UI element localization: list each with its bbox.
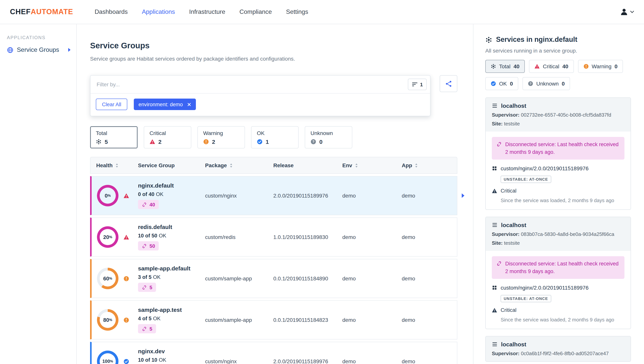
status-card-count: 1 bbox=[266, 138, 269, 145]
sidebar-item-label: Service Groups bbox=[17, 47, 59, 53]
main-content: Service Groups Service groups are Habita… bbox=[77, 24, 474, 364]
table-rows: 0% nginx.default 0 of 40OK 40 custom/ngi… bbox=[90, 176, 457, 364]
nav-item[interactable]: Compliance bbox=[240, 9, 272, 15]
ok-count: 10 of 10OK bbox=[138, 357, 205, 363]
ok-count: 3 of 5OK bbox=[138, 274, 205, 280]
disconnected-count: 5 bbox=[150, 326, 152, 331]
service-group-name: nginx.default bbox=[138, 182, 205, 189]
column-header: Service Group bbox=[138, 162, 205, 168]
filter-icon bbox=[412, 82, 418, 87]
sidebar-item-service-groups[interactable]: Service Groups bbox=[7, 47, 76, 53]
row-status-icon bbox=[124, 317, 129, 323]
column-header[interactable]: Env bbox=[342, 162, 402, 168]
service-group-name: nginx.dev bbox=[138, 348, 205, 354]
column-header[interactable]: Health bbox=[90, 162, 138, 168]
filter-chips: environment: demo bbox=[128, 99, 196, 110]
service-group-row[interactable]: 0% nginx.default 0 of 40OK 40 custom/ngi… bbox=[90, 176, 457, 215]
sort-icon[interactable] bbox=[230, 163, 233, 168]
status-card-label: Total bbox=[96, 130, 107, 136]
broken-link-icon bbox=[142, 285, 147, 290]
service-group-row[interactable]: 80% sample-app.test 4 of 5OK 5 custom/sa… bbox=[90, 300, 457, 339]
nav-item[interactable]: Applications bbox=[142, 9, 175, 15]
service-status-pill[interactable]: Critical 40 bbox=[529, 60, 574, 73]
ok-count: 0 of 40OK bbox=[138, 191, 205, 197]
service-group-row[interactable]: 100% nginx.dev 10 of 10OK 10 custom/ngin… bbox=[90, 342, 457, 364]
share-button[interactable] bbox=[440, 75, 457, 92]
nav-item[interactable]: Infrastructure bbox=[189, 9, 226, 15]
health-ring: 100% bbox=[97, 350, 118, 364]
service-status-pill[interactable]: OK 0 bbox=[485, 77, 518, 90]
app-cell: demo bbox=[402, 275, 457, 281]
app-cell: demo bbox=[402, 234, 457, 240]
site-line: Site: testsite bbox=[492, 121, 624, 127]
sort-icon[interactable] bbox=[355, 163, 358, 168]
service-status-pill[interactable]: Warning 0 bbox=[578, 60, 623, 73]
column-header-label: Env bbox=[342, 162, 352, 168]
broken-link-icon bbox=[142, 326, 147, 331]
broken-link-icon bbox=[496, 142, 502, 147]
broken-link-icon bbox=[496, 261, 502, 266]
user-menu[interactable] bbox=[620, 8, 634, 16]
host-row: localhost bbox=[492, 102, 624, 109]
status-icon bbox=[150, 139, 155, 144]
chef-automate-logo[interactable]: CHEFAUTOMATE bbox=[10, 8, 73, 16]
service-groups-table: Health Service Group Package Release Env… bbox=[90, 157, 457, 364]
status-filter-card[interactable]: OK 1 bbox=[251, 126, 298, 148]
column-header[interactable]: App bbox=[402, 162, 457, 168]
status-icon bbox=[257, 139, 262, 144]
applied-filters-button[interactable]: 1 bbox=[408, 79, 427, 90]
service-status-pill[interactable]: Unknown 0 bbox=[522, 77, 570, 90]
nav-item[interactable]: Settings bbox=[286, 9, 308, 15]
status-filter-card[interactable]: Critical 2 bbox=[144, 126, 191, 148]
release-cell: 0.0.1/20190115184823 bbox=[273, 317, 342, 323]
supervisor-line: Supervisor: 002732ee-6557-405c-b008-cfcf… bbox=[492, 112, 624, 118]
disconnected-badge: 50 bbox=[138, 241, 159, 250]
service-status-row: Critical bbox=[492, 307, 624, 313]
disconnected-badge: 5 bbox=[138, 283, 156, 292]
sort-icon[interactable] bbox=[415, 163, 418, 168]
nav-item[interactable]: Dashboards bbox=[95, 9, 128, 15]
share-icon bbox=[445, 80, 452, 87]
critical-icon bbox=[492, 308, 497, 313]
status-filter-card[interactable]: Warning 2 bbox=[198, 126, 245, 148]
app-cell: demo bbox=[402, 317, 457, 323]
service-status-pill[interactable]: Total 40 bbox=[485, 60, 525, 73]
service-status-row: Critical bbox=[492, 188, 624, 194]
env-cell: demo bbox=[342, 234, 402, 240]
pill-label: Total bbox=[499, 63, 510, 70]
logo-automate: AUTOMATE bbox=[31, 8, 73, 16]
filter-chip[interactable]: environment: demo bbox=[134, 99, 196, 110]
pill-label: Unknown bbox=[536, 81, 559, 87]
filter-area: 1 Clear All environment: demo bbox=[90, 75, 457, 116]
column-header-label: Service Group bbox=[138, 162, 174, 168]
remove-chip-icon[interactable] bbox=[187, 102, 191, 106]
package-cell: custom/nginx bbox=[205, 193, 273, 199]
status-filter-card[interactable]: Total 5 bbox=[90, 126, 138, 148]
status-card-label: Unknown bbox=[310, 130, 333, 136]
column-header-label: Health bbox=[96, 162, 113, 168]
filter-input-row: 1 bbox=[90, 76, 430, 94]
status-filter-card[interactable]: Unknown 0 bbox=[305, 126, 352, 148]
service-card: localhost Supervisor: 083b07ca-5830-4a8d… bbox=[485, 217, 631, 329]
panel-title: Services in nginx.default bbox=[485, 36, 631, 44]
health-percent: 20 bbox=[103, 234, 109, 240]
health-cell: 0% bbox=[92, 185, 138, 206]
service-status: Critical bbox=[501, 188, 516, 194]
status-icon bbox=[491, 81, 496, 86]
person-icon bbox=[620, 8, 628, 16]
panel-subtitle: All services running in a service group. bbox=[485, 48, 631, 54]
service-group-row[interactable]: 20% redis.default 10 of 50OK 50 custom/r… bbox=[90, 217, 457, 257]
sort-icon[interactable] bbox=[116, 163, 118, 168]
health-percent: 80 bbox=[103, 317, 109, 323]
site-line: Site: testsite bbox=[492, 240, 624, 246]
service-cards: localhost Supervisor: 002732ee-6557-405c… bbox=[485, 97, 631, 362]
clear-all-button[interactable]: Clear All bbox=[96, 99, 128, 110]
filter-input[interactable] bbox=[96, 81, 408, 88]
row-open-caret-icon[interactable] bbox=[461, 193, 465, 198]
service-group-row[interactable]: 60% sample-app.default 3 of 5OK 5 custom… bbox=[90, 259, 457, 298]
status-icon bbox=[310, 139, 316, 144]
column-header[interactable]: Package bbox=[205, 162, 273, 168]
package-cell: custom/nginx bbox=[205, 358, 273, 364]
supervisor-line: Supervisor: 0c0a6b1f-f9f2-4fe6-8fb0-ad05… bbox=[492, 351, 624, 356]
pill-label: OK bbox=[499, 81, 507, 87]
